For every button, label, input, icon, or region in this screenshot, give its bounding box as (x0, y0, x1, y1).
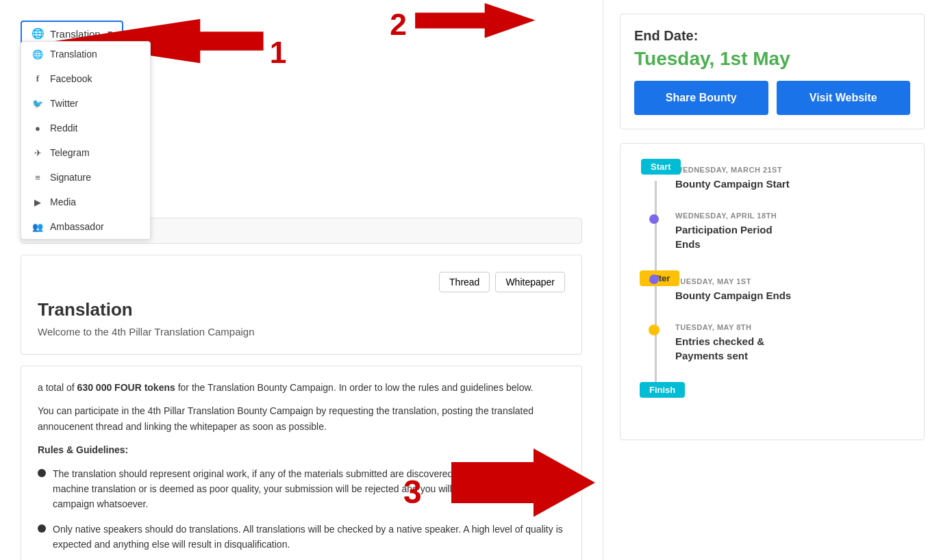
chevron-down-icon: ▼ (106, 29, 114, 38)
media-icon: ▶ (32, 197, 43, 207)
timeline-item-start: Start WEDNESDAY, MARCH 21ST Bounty Campa… (675, 160, 910, 191)
menu-item-media-label: Media (50, 196, 76, 207)
thread-button[interactable]: Thread (439, 272, 490, 292)
rule-2-text: Only native speakers should do translati… (53, 522, 565, 552)
rule-2: Only native speakers should do translati… (38, 522, 565, 552)
main-content-card: 3 a total of 630 000 FOUR tokens for the… (21, 366, 582, 560)
menu-item-telegram[interactable]: ✈ Telegram (21, 140, 150, 165)
end-date-value: Tuesday, 1st May (634, 48, 910, 70)
timeline-date-3: TUESDAY, MAY 1ST (675, 277, 910, 285)
translation-menu-icon: 🌐 (32, 49, 43, 60)
after-tag: After (640, 270, 679, 286)
end-date-section: End Date: Tuesday, 1st May Share Bounty … (620, 14, 925, 129)
timeline-dot-3 (649, 275, 659, 284)
reddit-icon: ● (32, 123, 43, 133)
timeline-dot-2 (649, 214, 659, 224)
timeline-label-2: Participation PeriodEnds (675, 222, 910, 251)
menu-item-signature-label: Signature (50, 172, 91, 183)
timeline-dot-4 (649, 324, 660, 335)
timeline-label-4: Entries checked &Payments sent (675, 334, 910, 363)
menu-item-twitter[interactable]: 🐦 Twitter (21, 91, 150, 116)
left-panel: 1 2 🌐 Translation ▼ 🌐 Translation (0, 0, 603, 560)
timeline-item-ends: After TUESDAY, MAY 1ST Bounty Campaign E… (675, 272, 910, 303)
timeline-date-2: WEDNESDAY, APRIL 18TH (675, 212, 910, 220)
timeline-item-payments: TUESDAY, MAY 8TH Entries checked &Paymen… (675, 323, 910, 363)
title-card: Thread Whitepaper Translation Welcome to… (21, 255, 582, 355)
page-wrapper: 1 2 🌐 Translation ▼ 🌐 Translation (0, 0, 941, 560)
facebook-icon: f (32, 73, 43, 84)
timeline-item-finish: Finish (675, 383, 910, 403)
share-bounty-button[interactable]: Share Bounty (634, 81, 768, 115)
bullet-dot-2 (38, 524, 46, 533)
twitter-icon: 🐦 (32, 99, 43, 109)
menu-item-facebook[interactable]: f Facebook (21, 66, 150, 91)
intro-text: a total of 630 000 FOUR tokens for the T… (38, 380, 565, 395)
timeline-item-participation: WEDNESDAY, APRIL 18TH Participation Peri… (675, 212, 910, 251)
right-panel: End Date: Tuesday, 1st May Share Bounty … (603, 0, 941, 560)
menu-item-telegram-label: Telegram (50, 147, 90, 158)
ambassador-icon: 👥 (32, 222, 43, 232)
menu-item-signature[interactable]: ≡ Signature (21, 165, 150, 190)
telegram-icon: ✈ (32, 148, 43, 158)
timeline: Start WEDNESDAY, MARCH 21ST Bounty Campa… (634, 160, 910, 403)
visit-website-button[interactable]: Visit Website (777, 81, 911, 115)
timeline-label-1: Bounty Campaign Start (675, 177, 910, 191)
menu-item-translation-label: Translation (50, 49, 97, 60)
action-buttons: Share Bounty Visit Website (634, 81, 910, 115)
finish-tag: Finish (640, 382, 685, 398)
rule-1: The translation should represent origina… (38, 466, 565, 512)
menu-item-translation[interactable]: 🌐 Translation (21, 42, 150, 66)
menu-item-ambassador[interactable]: 👥 Ambassador (21, 214, 150, 239)
menu-item-ambassador-label: Ambassador (50, 221, 104, 232)
bullet-dot-1 (38, 469, 46, 477)
end-date-label: End Date: (634, 28, 910, 44)
menu-item-media[interactable]: ▶ Media (21, 190, 150, 214)
content-subtitle: Welcome to the 4th Pillar Translation Ca… (38, 326, 565, 338)
timeline-label-3: Bounty Campaign Ends (675, 288, 910, 303)
dropdown-label: Translation (50, 28, 101, 40)
participate-text: You can participate in the 4th Pillar Tr… (38, 403, 565, 434)
menu-item-twitter-label: Twitter (50, 98, 78, 109)
menu-item-reddit-label: Reddit (50, 123, 77, 133)
dropdown-icon: 🌐 (32, 27, 45, 40)
timeline-section: Start WEDNESDAY, MARCH 21ST Bounty Campa… (620, 143, 925, 440)
whitepaper-button[interactable]: Whitepaper (495, 272, 565, 292)
content-title: Translation (38, 299, 565, 320)
menu-item-facebook-label: Facebook (50, 73, 92, 84)
doc-buttons-group: Thread Whitepaper (38, 272, 565, 292)
rules-title: Rules & Guidelines: (38, 442, 565, 457)
menu-item-reddit[interactable]: ● Reddit (21, 116, 150, 140)
timeline-date-4: TUESDAY, MAY 8TH (675, 323, 910, 331)
rule-1-text: The translation should represent origina… (53, 466, 565, 512)
signature-icon: ≡ (32, 173, 43, 183)
dropdown-menu: 🌐 Translation f Facebook 🐦 Twitter ● Red… (21, 41, 151, 240)
timeline-date-1: WEDNESDAY, MARCH 21ST (675, 166, 910, 174)
start-tag: Start (641, 159, 681, 175)
